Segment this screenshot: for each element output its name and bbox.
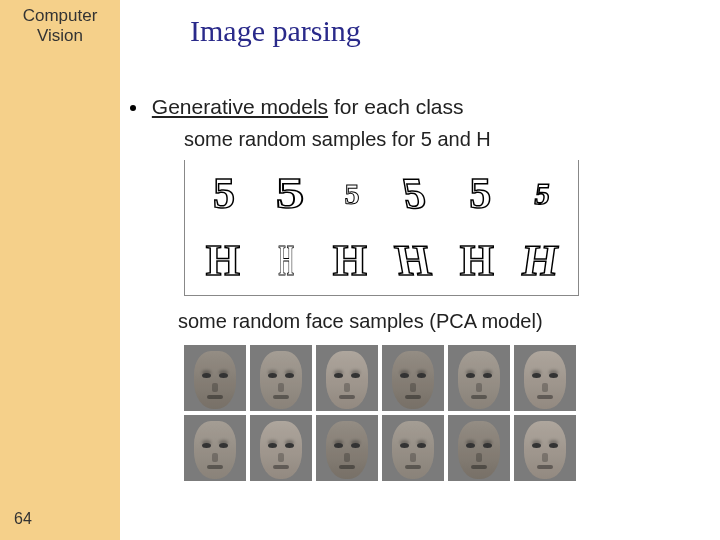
face-sample — [250, 345, 312, 411]
figure-face-samples — [184, 345, 584, 481]
glyph-H: H — [392, 239, 434, 283]
face-sample — [514, 345, 576, 411]
glyph-H: H — [333, 239, 367, 283]
sidebar-line1: Computer — [23, 6, 98, 25]
sidebar: Computer Vision — [0, 0, 120, 540]
glyph-5: 5 — [213, 172, 235, 216]
sidebar-line2: Vision — [37, 26, 83, 45]
glyph-5: 5 — [469, 172, 491, 216]
face-sample — [184, 415, 246, 481]
glyph-H: H — [206, 239, 240, 283]
glyph-H: H — [279, 239, 294, 283]
glyph-5: 5 — [400, 172, 430, 216]
row-fives: 5 5 5 5 5 5 — [185, 160, 578, 228]
glyph-H: H — [520, 239, 560, 283]
figure-samples-5-H: 5 5 5 5 5 5 H H H H H H — [184, 160, 579, 296]
page-number: 64 — [14, 510, 32, 528]
face-sample — [316, 415, 378, 481]
subtext-digits: some random samples for 5 and H — [184, 128, 491, 151]
face-sample — [382, 345, 444, 411]
glyph-H: H — [460, 239, 494, 283]
subtext-faces: some random face samples (PCA model) — [178, 310, 543, 333]
face-sample — [448, 345, 510, 411]
face-sample — [382, 415, 444, 481]
bullet-underlined: Generative models — [152, 95, 328, 118]
row-hs: H H H H H H — [185, 228, 578, 296]
glyph-5: 5 — [345, 179, 360, 209]
bullet-dot-icon — [130, 105, 136, 111]
sidebar-title: Computer Vision — [0, 0, 120, 47]
bullet-rest: for each class — [328, 95, 463, 118]
face-sample — [250, 415, 312, 481]
face-sample — [316, 345, 378, 411]
glyph-5: 5 — [533, 179, 552, 209]
face-sample — [448, 415, 510, 481]
glyph-5: 5 — [275, 172, 304, 216]
face-sample — [184, 345, 246, 411]
face-sample — [514, 415, 576, 481]
bullet-item: Generative models for each class — [130, 95, 464, 119]
slide-title: Image parsing — [190, 14, 361, 48]
